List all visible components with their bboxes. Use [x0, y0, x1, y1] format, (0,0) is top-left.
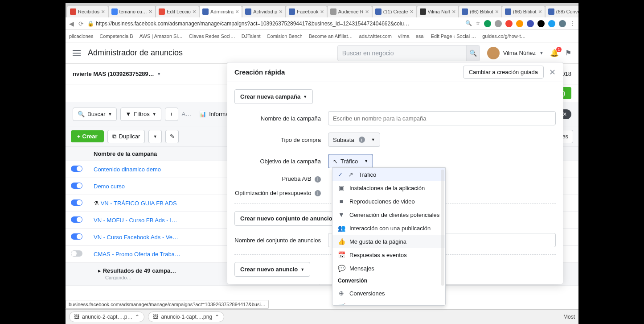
dropdown-item[interactable]: ✓↗Tráfico [332, 168, 445, 181]
guided-creation-button[interactable]: Cambiar a creación guiada [463, 66, 544, 79]
add-filter-button[interactable]: + [165, 108, 178, 121]
bookmark-item[interactable]: AWS | Amazon Si… [139, 33, 183, 39]
bookmark-item[interactable]: Become an Affiliat… [309, 33, 353, 39]
dropdown-item[interactable]: ⊕Conversiones [332, 287, 445, 300]
edit-button[interactable]: ✎ [165, 130, 179, 143]
close-icon[interactable]: × [495, 8, 499, 15]
browser-tab[interactable]: Facebook× [286, 6, 327, 17]
download-chip-2[interactable]: 🖼 anuncio-1-capt….png ⌃ [148, 312, 224, 322]
chevron-up-icon[interactable]: ⌃ [135, 314, 139, 320]
dropdown-item[interactable]: 🛒Ventas del catálogo [332, 300, 445, 306]
toggle-switch[interactable] [71, 233, 82, 240]
filters-pill[interactable]: ▼Filtros▼ [120, 108, 161, 121]
dropdown-item[interactable]: ▣Instalaciones de la aplicación [332, 181, 445, 195]
new-campaign-section[interactable]: Crear nueva campaña▼ [234, 89, 313, 104]
back-button[interactable]: ◀ [69, 20, 74, 27]
info-icon[interactable]: i [315, 190, 321, 196]
zoom-icon[interactable]: 🔍 [465, 20, 472, 27]
browser-tab[interactable]: Vilma Núñ× [417, 6, 459, 17]
menu-icon[interactable]: ⋮ [570, 20, 575, 27]
close-icon[interactable]: × [410, 8, 413, 15]
ext-icon-7[interactable] [548, 20, 555, 27]
profile-menu[interactable]: Vilma Núñez ▼ [487, 47, 544, 59]
ext-icon-5[interactable] [527, 20, 534, 27]
browser-tab[interactable]: Actividad p× [242, 6, 285, 17]
chevron-up-icon[interactable]: ⌃ [215, 314, 219, 320]
toggle-switch[interactable] [71, 250, 82, 257]
close-icon[interactable]: × [235, 8, 239, 15]
search-button[interactable]: 🔍 [466, 46, 480, 61]
bookmark-item[interactable]: esal [416, 33, 425, 39]
notifications-icon[interactable]: 🔔1 [550, 49, 559, 57]
browser-tab[interactable]: Edit Leccio× [156, 6, 199, 17]
show-all-downloads[interactable]: Most [563, 314, 575, 320]
bookmark-item[interactable]: Comision Bench [267, 33, 303, 39]
bookmark-item[interactable]: ads.twitter.com [359, 33, 392, 39]
buy-type-select[interactable]: Subasta i ▼ [328, 133, 380, 147]
close-icon[interactable]: × [279, 8, 283, 15]
close-icon[interactable]: × [538, 8, 542, 15]
dropdown-item[interactable]: 👥Interacción con una publicación [332, 221, 445, 235]
url-text[interactable]: https://business.facebook.com/adsmanager… [96, 21, 462, 27]
close-icon[interactable]: × [149, 8, 152, 15]
ext-icon-8[interactable] [559, 20, 566, 27]
dropdown-item[interactable]: ■Reproducciones de video [332, 195, 445, 208]
create-button[interactable]: + Crear [71, 130, 104, 142]
download-chip-1[interactable]: 🖼 anuncio-2-capt….p… ⌃ [69, 312, 144, 322]
browser-tab[interactable]: (66) Bibliot× [502, 6, 545, 17]
ext-icon-1[interactable] [484, 20, 491, 27]
scrollbar[interactable] [441, 170, 444, 286]
info-icon[interactable]: i [359, 137, 365, 143]
flag-icon[interactable]: ⚑ [565, 49, 571, 57]
campaign-name[interactable]: Demo curso [94, 183, 125, 190]
bookmark-item[interactable]: plicaciones [69, 33, 93, 39]
browser-tab[interactable]: (68) Conve× [546, 6, 578, 17]
reload-button[interactable]: ⟳ [78, 20, 84, 27]
dropdown-item[interactable]: 📅Respuestas a eventos [332, 248, 445, 262]
info-icon[interactable]: i [315, 176, 321, 183]
business-search[interactable]: Buscar en negocio 🔍 [337, 45, 480, 61]
browser-tab[interactable]: (66) Bibliot× [459, 6, 501, 17]
account-selector[interactable]: nvierte MAS (103926375289… ▼ [73, 71, 161, 77]
close-icon[interactable]: × [320, 8, 324, 15]
bookmark-item[interactable]: Edit Page ‹ Social … [431, 33, 476, 39]
bookmark-item[interactable]: vilma [398, 33, 410, 39]
campaign-name-input[interactable] [328, 111, 556, 125]
bookmark-item[interactable]: DJTalent [242, 33, 261, 39]
campaign-name[interactable]: Contenido dinamico demo [94, 166, 161, 173]
new-ad-section[interactable]: Crear nuevo anuncio▼ [234, 262, 310, 277]
close-icon[interactable]: × [452, 8, 455, 15]
bookmark-item[interactable]: Claves Redes Soci… [189, 33, 235, 39]
dropdown-item[interactable]: 💬Mensajes [332, 262, 445, 275]
close-icon[interactable]: × [193, 8, 196, 15]
campaign-name[interactable]: VN - TRÁFICO GUIA FB ADS [101, 200, 177, 207]
duplicate-button[interactable]: ⧉Duplicar [107, 130, 145, 143]
browser-tab[interactable]: (11) Create× [373, 6, 416, 17]
bookmark-item[interactable]: guides.co/g/how-t… [482, 33, 525, 39]
campaign-name[interactable]: VN - MOFU - Curso FB Ads - I… [94, 217, 177, 224]
ext-icon-2[interactable] [495, 20, 502, 27]
dropdown-item[interactable]: ▼Generación de clientes potenciales [332, 208, 445, 221]
hamburger-icon[interactable] [73, 50, 81, 56]
objective-select[interactable]: ↖ Tráfico ▼ [328, 154, 373, 168]
star-icon[interactable]: ☆ [476, 20, 480, 27]
ext-icon-4[interactable] [516, 20, 523, 27]
campaign-name[interactable]: VN - Curso Facebook Ads - Ve… [94, 234, 178, 241]
toggle-switch[interactable] [71, 216, 82, 223]
toggle-switch[interactable] [71, 199, 82, 206]
close-icon[interactable]: × [101, 8, 105, 15]
campaign-name[interactable]: CMAS - Promo Oferta de Traba… [94, 251, 180, 258]
dropdown-item[interactable]: 👍Me gusta de la página [332, 235, 445, 248]
browser-tab[interactable]: Recibidos× [67, 6, 108, 17]
toggle-switch[interactable] [71, 166, 82, 172]
search-pill[interactable]: 🔍Buscar▼ [73, 108, 117, 121]
close-icon[interactable]: × [365, 8, 369, 15]
bookmark-item[interactable]: Competencia B [99, 33, 133, 39]
new-adset-section[interactable]: Crear nuevo conjunto de anuncios▼ [234, 211, 348, 226]
toggle-switch[interactable] [71, 183, 82, 189]
browser-tab[interactable]: Audience R× [328, 6, 372, 17]
duplicate-dropdown[interactable]: ▼ [148, 130, 162, 143]
ext-icon-3[interactable] [505, 20, 513, 27]
ext-icon-6[interactable] [537, 20, 545, 27]
browser-tab[interactable]: temario cu…× [109, 6, 156, 17]
